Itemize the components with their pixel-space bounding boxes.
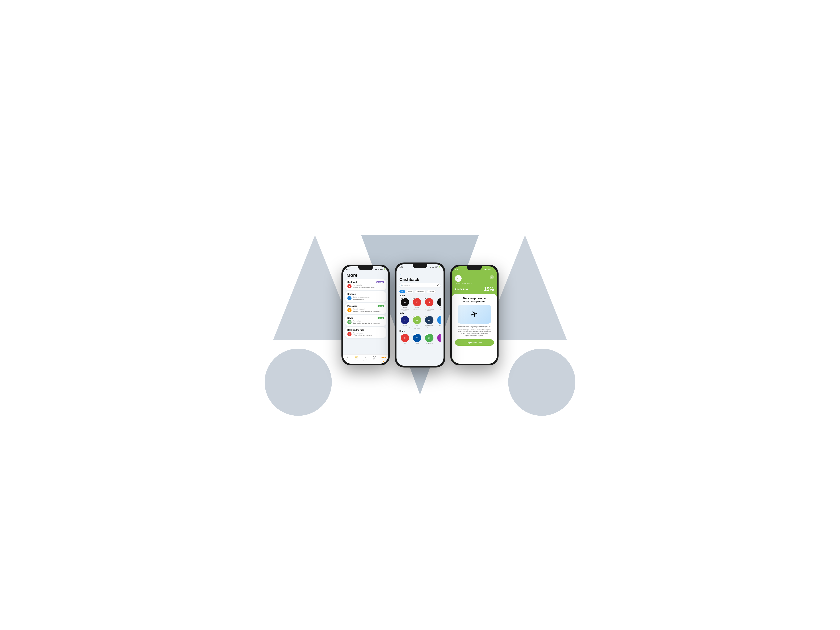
filter-clothes[interactable]: Clothes [427,290,436,293]
bottom-nav-more: ⊞ Main 💳 Pay ≡ Operations 💬 [343,354,388,364]
status-icons-1: ▲▲▲ WiFi 🔋 [374,268,385,270]
contacts-desc: 8 800 250 50 50 [353,298,369,300]
main-icon: ⊞ [346,356,349,359]
status-icons-3: ▲▲▲ WiFi 🔋 [483,268,494,270]
bank-map-desc: ATMs, offices and branches [353,334,372,336]
ikea-item[interactable]: 15% IKEA IKEA [412,334,423,344]
s7-item[interactable]: 15% S7 S7 The whole world is in your poc… [412,316,423,329]
phone-cashback-screen: 9:41 ▲▲▲ WiFi 🔋 ← Cashback 🔍 Search [396,264,444,366]
contacts-card-title: Contacts [347,293,356,295]
more-cards-list: Cashback More 23 M The best offer 20% on… [343,279,388,354]
phone-cashback: 9:41 ▲▲▲ WiFi 🔋 ← Cashback 🔍 Search [395,262,445,368]
home4-logo: H [437,334,441,342]
adidas-percent: 10% [400,298,404,299]
cashback-text: The best offer 20% on all purchases MVid… [353,284,375,288]
nav-chat[interactable]: 💬 Chat [370,356,379,362]
bank-map-card[interactable]: Bank on the map 📍 The most useful ATMs, … [345,327,386,338]
aeroflot-item[interactable]: 7% ✈ Aeroflot Absolutely amazing [399,316,411,329]
slb-item[interactable]: 15% 5 5LB For every second product [424,298,435,311]
on-item[interactable]: O On ev... [436,316,441,329]
more-nav-icon: ●●● [381,356,386,359]
news-desc: Bank customers spend a lot of mone... [353,322,380,324]
ikea-logo: 15% IKEA [413,334,421,342]
battery-icon-2: 🔋 [439,266,441,268]
status-time-3: 9:41 [455,268,458,270]
nike-item[interactable]: N N... Inte... [436,298,441,311]
filter-sport[interactable]: Sport [406,290,414,293]
back-button[interactable]: ← [399,273,441,276]
nav-main[interactable]: ⊞ Main [343,356,352,362]
news-card[interactable]: News New 1 📰 The freshest Bank customers… [345,315,386,326]
more-title: More [343,271,388,279]
news-sub: The freshest [353,320,380,322]
s7-percent: 15% [484,286,494,292]
mic-icon[interactable]: 🎤 [437,284,439,286]
lm-percent: 12% [424,334,428,335]
avia-items-row: 7% ✈ Aeroflot Absolutely amazing 15% S7 [399,316,441,329]
phone-more-screen: 9:41 ▲▲▲ WiFi 🔋 More Cashback [343,266,388,364]
hoff-item[interactable]: 4% H Hoff [399,334,411,344]
bank-map-text: The most useful ATMs, offices and branch… [353,332,372,336]
cashback-header: ← Cashback 🔍 Search 🎤 [396,269,444,289]
messages-card[interactable]: Messages New 3 ✉ Recently received Curre… [345,303,386,314]
ba-name: British Airways [425,325,433,326]
slb-percent: 15% [424,298,428,299]
contacts-text: Customer support service 8 800 250 50 50 [353,296,369,300]
puma-name: Puma [415,307,419,308]
s7-card: Весь мир теперьу вас в кармане! ✈ Рассек… [452,294,497,364]
avia-section-title: Avia [399,312,441,314]
slb-desc: For every second product [424,308,435,311]
lm-item[interactable]: 12% LM Leroy-Merlin [424,334,435,344]
more-nav-label: More [382,359,385,361]
s7-logo-area: S7 Cashback на все билеты [455,275,472,284]
on-name: On ev... [439,325,441,326]
pay-icon: 💳 [355,356,358,359]
operations-label: Operations [362,359,369,361]
scene: 9:41 ▲▲▲ WiFi 🔋 More Cashback [286,235,554,395]
sport-items-row: 10% A Adidas All February and March 5% P [399,298,441,311]
hoff-percent: 4% [400,334,403,335]
pay-label: Pay [355,359,358,361]
s7-plane-icon: ✈ [470,308,479,320]
messages-card-header: Messages New 3 [347,305,384,307]
puma-desc: February only [414,308,421,310]
nav-operations[interactable]: ≡ Operations [361,356,370,362]
wifi-icon-3: WiFi [488,268,491,270]
wifi-icon-2: WiFi [435,266,438,268]
filter-all[interactable]: All [399,290,405,293]
status-icons-2: ▲▲▲ WiFi 🔋 [430,266,441,268]
cashback-card[interactable]: Cashback More 23 M The best offer 20% on… [345,279,386,290]
filter-electronic[interactable]: Electronic [415,290,426,293]
nav-more[interactable]: ●●● More [379,356,388,362]
home4-item[interactable]: H Ho... [436,334,441,344]
signal-icon: ▲▲▲ [374,268,379,270]
news-card-title: News [347,317,353,319]
adidas-name: Adidas [403,307,407,308]
nav-pay[interactable]: 💳 Pay [352,356,361,362]
adidas-item[interactable]: 10% A Adidas All February and March [399,298,411,311]
messages-sub: Recently received [353,308,381,310]
s7-close-button[interactable]: ✕ [490,275,494,279]
messages-icon-row: ✉ Recently received Currency operations … [347,308,384,312]
bank-map-sub: The most useful [353,332,372,334]
home4-name: Ho... [440,343,441,344]
lm-name: Leroy-Merlin [426,343,433,344]
s7-cta-button[interactable]: Перейти на сайт [455,339,494,346]
operations-icon: ≡ [365,356,366,359]
status-time-2: 9:41 [399,266,403,268]
s7-desc: The whole world is in your pocket [412,326,423,329]
home-section-title: Home [399,330,441,332]
home-items-row: 4% H Hoff 15% IKEA IKEA [399,334,441,344]
puma-item[interactable]: 5% P Puma February only [412,298,423,311]
status-time-1: 9:41 [346,268,349,270]
s7-plane-area: ✈ [458,305,491,324]
bank-map-title: Bank on the map [347,329,364,331]
battery-icon-3: 🔋 [492,268,494,270]
news-icon: 📰 [347,320,352,324]
contacts-card[interactable]: Contacts 📞 Customer support service 8 80… [345,291,386,302]
s7-header: S7 Cashback на все билеты ✕ [452,271,497,286]
hoff-name: Hoff [404,343,406,344]
ba-item[interactable]: 5% BA British Airways Fly and buy [424,316,435,329]
cashback-search[interactable]: 🔍 Search 🎤 [399,283,441,287]
messages-card-title: Messages [347,305,357,307]
